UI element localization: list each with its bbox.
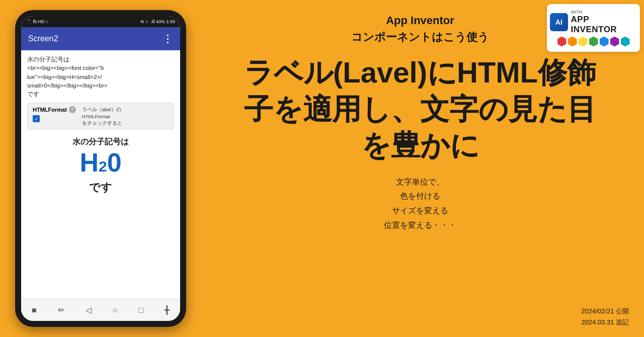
sub-list-line1: 文字単位で、 xyxy=(211,175,629,190)
phone-frame: 📱 fb HD ○ N ☆ .ill 43% 1:59 Screen2 ⋮ 水の… xyxy=(15,10,186,327)
status-bar-left: 📱 fb HD ○ xyxy=(26,19,48,24)
nav-square[interactable]: ■ xyxy=(32,306,37,315)
htmlformat-label: HTMLFormat xyxy=(33,107,67,113)
header-title: App Inventor コンポーネントはこう使う xyxy=(211,12,629,45)
status-icons-left: 📱 fb HD ○ xyxy=(26,19,48,24)
result-line1: 水の分子記号は xyxy=(72,137,129,147)
phone-screen: 📱 fb HD ○ N ☆ .ill 43% 1:59 Screen2 ⋮ 水の… xyxy=(21,16,180,321)
status-bar-right: N ☆ .ill 43% 1:59 xyxy=(140,19,175,24)
app-content: 水の分子記号は <br><big><big><font color="b lue… xyxy=(21,50,180,299)
header-line1: App Inventor xyxy=(211,12,629,29)
app-bar: Screen2 ⋮ xyxy=(21,27,180,50)
phone-container: 📱 fb HD ○ N ☆ .ill 43% 1:59 Screen2 ⋮ 水の… xyxy=(15,10,186,327)
right-content: App Inventor コンポーネントはこう使う ラベル(Lavel)にHTM… xyxy=(196,0,644,337)
date1: 2024/02/21 公開 xyxy=(581,306,629,317)
status-icons-right: N ☆ .ill 43% 1:59 xyxy=(140,19,175,24)
sub-list-line3: サイズを変える xyxy=(211,204,629,218)
nav-home[interactable]: ○ xyxy=(113,306,118,315)
main-title-line2: 子を適用し、文字の見た目 xyxy=(211,91,629,128)
nav-pencil[interactable]: ✏ xyxy=(58,305,64,315)
main-title: ラベル(Lavel)にHTML修飾 子を適用し、文字の見た目 を豊かに xyxy=(211,54,629,164)
footer-dates: 2024/02/21 公開 2024.03.31 追記 xyxy=(581,306,629,328)
sub-list-line2: 色を付ける xyxy=(211,189,629,204)
htmlformat-label-col: HTMLFormat ? ✓ xyxy=(33,106,76,122)
main-title-line1: ラベル(Lavel)にHTML修飾 xyxy=(211,54,629,91)
raw-html-text: 水の分子記号は <br><big><big><font color="b lue… xyxy=(27,55,174,99)
htmlformat-box: HTMLFormat ? ✓ ラベル（abel）の HTMLFormat をチェ… xyxy=(27,103,174,130)
result-desu: です xyxy=(89,180,112,195)
menu-icon[interactable]: ⋮ xyxy=(163,33,173,45)
rendered-result: 水の分子記号は H20 です xyxy=(27,134,174,198)
question-icon[interactable]: ? xyxy=(69,106,76,113)
htmlformat-desc: ラベル（abel）の HTMLFormat をチェックすると xyxy=(82,106,122,126)
sub-list: 文字単位で、 色を付ける サイズを変える 位置を変える・・・ xyxy=(211,175,629,233)
sub-list-line4: 位置を変える・・・ xyxy=(211,218,629,233)
date2: 2024.03.31 追記 xyxy=(581,317,629,328)
bottom-nav: ■ ✏ ◁ ○ □ ╋ xyxy=(21,299,180,321)
result-two: 2 xyxy=(99,158,107,175)
nav-recent[interactable]: □ xyxy=(138,306,143,315)
nav-plus[interactable]: ╋ xyxy=(165,305,170,315)
header-line2: コンポーネントはこう使う xyxy=(211,29,629,45)
htmlformat-checkbox[interactable]: ✓ xyxy=(33,115,40,122)
result-h2o: H20 xyxy=(79,148,121,177)
nav-back[interactable]: ◁ xyxy=(86,305,92,315)
result-o: 0 xyxy=(107,148,122,177)
result-h: H xyxy=(79,148,99,177)
screen-title: Screen2 xyxy=(28,34,58,43)
status-bar: 📱 fb HD ○ N ☆ .ill 43% 1:59 xyxy=(21,16,180,27)
main-title-line3: を豊かに xyxy=(211,127,629,164)
